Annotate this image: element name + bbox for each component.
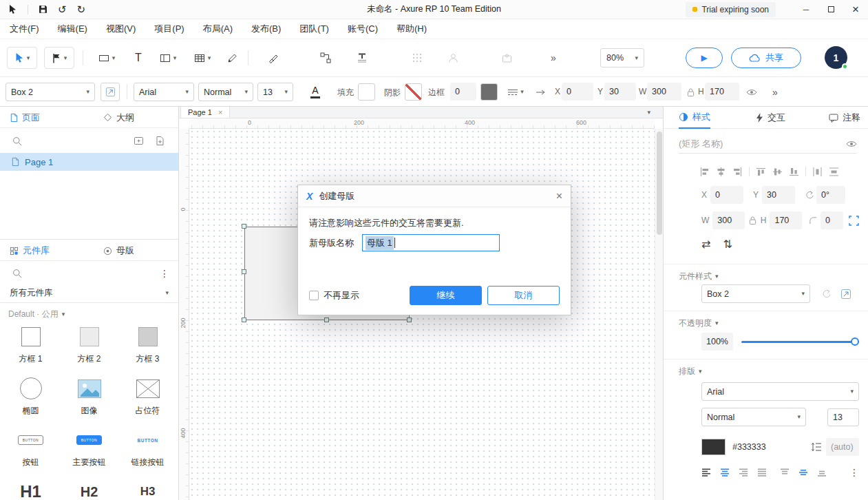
menu-view[interactable]: 视图(V) [106,23,136,35]
vertical-align-bottom-icon[interactable] [817,468,827,477]
widget-box2[interactable]: 方框 2 [60,321,118,373]
update-style-button[interactable] [821,289,831,299]
widget-h2[interactable]: H2 H2 [60,476,118,500]
zoom-select[interactable]: 80% ▾ [600,48,644,67]
library-search-button[interactable] [12,269,22,278]
widget-link-button[interactable]: BUTTON 链接按钮 [118,424,177,476]
menu-project[interactable]: 项目(P) [154,23,184,35]
dont-show-again-option[interactable]: 不再显示 [309,289,359,302]
canvas-tab-page1[interactable]: Page 1 × [180,107,230,118]
rotation-field[interactable]: 0° [816,186,845,204]
slider-knob[interactable] [851,337,859,346]
trial-badge[interactable]: Trial expiring soon [686,2,776,17]
border-width-field[interactable]: 0 [450,83,476,101]
menu-team[interactable]: 团队(T) [299,23,329,35]
corner-select-button[interactable] [849,216,859,226]
add-folder-button[interactable] [134,136,144,146]
menu-layout[interactable]: 布局(A) [203,23,233,35]
border-color-swatch[interactable] [480,83,498,101]
line-height-field[interactable]: (auto) [826,438,859,456]
menu-publish[interactable]: 发布(B) [251,23,281,35]
resize-handle-w[interactable] [242,269,246,274]
toolbar-overflow-icon[interactable]: » [551,52,556,63]
flag-tool[interactable]: ▾ [44,47,74,69]
continue-button[interactable]: 继续 [410,286,482,305]
align-bottom-icon[interactable] [789,167,799,177]
flip-vertical-icon[interactable]: ⇅ [723,239,732,250]
preview-button[interactable]: ▶ [686,48,723,68]
distribute-vertical-icon[interactable] [829,167,839,177]
share-button[interactable]: 共享 [731,48,801,68]
save-icon[interactable] [39,5,47,14]
add-page-button[interactable] [156,136,165,146]
text-align-center-icon[interactable] [720,468,730,477]
tab-interaction[interactable]: 交互 [756,107,785,129]
x-field[interactable]: 0 [562,83,593,101]
effects-tool[interactable] [405,47,430,69]
typography-section-header[interactable]: 排版 ▾ [679,366,702,377]
widget-box1[interactable]: 方框 1 [1,321,60,373]
text-align-justify-icon[interactable] [757,468,767,477]
widget-button[interactable]: BUTTON 按钮 [1,424,60,476]
resize-handle-se[interactable] [407,317,412,322]
h-field[interactable]: 170 [705,83,739,101]
tab-widget-library[interactable]: 元件库 [10,240,50,262]
lock-ratio-button[interactable] [684,83,697,101]
align-right-icon[interactable] [732,167,743,177]
component-tool[interactable] [494,47,519,69]
apply-style-button[interactable] [840,289,851,300]
distribute-horizontal-icon[interactable] [812,167,823,177]
maximize-button[interactable] [818,0,843,19]
tab-pages[interactable]: 页面 [10,107,40,128]
table-tool[interactable]: ▾ [187,47,218,69]
more-text-options-icon[interactable]: ⋮ [849,468,859,477]
align-middle-icon[interactable] [772,167,783,177]
visibility-button[interactable] [743,83,760,101]
library-filter-select[interactable]: 所有元件库 ▾ [0,284,178,303]
collaborate-tool[interactable] [441,47,465,69]
shadow-swatch[interactable] [405,83,422,101]
widget-style-section-header[interactable]: 元件样式 ▾ [679,271,719,282]
text-color-button[interactable]: A [306,83,325,101]
frame-tool[interactable]: ▾ [153,47,183,69]
canvas-vertical-scrollbar[interactable] [655,129,663,500]
update-style-button[interactable] [100,83,120,101]
resize-handle-s[interactable] [324,317,329,322]
widget-box3[interactable]: 方框 3 [118,321,177,373]
menu-edit[interactable]: 编辑(E) [58,23,87,35]
align-center-icon[interactable] [716,167,726,177]
avatar[interactable]: 1 [825,46,847,69]
menu-file[interactable]: 文件(F) [10,23,39,35]
fill-color-swatch[interactable] [358,83,375,101]
cancel-button[interactable]: 取消 [487,286,560,305]
rectangle-tool[interactable]: ▾ [92,47,121,69]
library-section-header[interactable]: Default · 公用 ▾ [8,309,65,320]
widget-h3[interactable]: H3 H3 [118,476,177,500]
w-field[interactable]: 300 [712,211,744,229]
align-left-icon[interactable] [699,167,710,177]
text-tool[interactable]: T [128,47,149,69]
widget-primary-button[interactable]: BUTTON 主要按钮 [60,424,118,476]
opacity-field[interactable]: 100% [701,333,733,351]
opacity-slider[interactable] [741,333,859,351]
master-name-input[interactable]: 母版 1 [362,234,500,251]
align-top-icon[interactable] [756,167,766,177]
arrow-style-select[interactable] [531,83,549,101]
connector-tool[interactable] [313,47,338,69]
dialog-header[interactable]: X 创建母版 × [298,185,571,207]
widget-placeholder[interactable]: 占位符 [118,373,177,424]
format-painter-tool[interactable] [350,47,374,69]
vertical-align-top-icon[interactable] [780,468,790,477]
font-family-select[interactable]: Arial ▾ [701,382,859,401]
tab-style[interactable]: 样式 [679,107,710,129]
corner-radius-field[interactable]: 0 [821,211,843,229]
font-family-select[interactable]: Arial ▾ [134,83,194,101]
widget-h1[interactable]: H1 H1 [1,476,60,500]
select-tool[interactable]: ▾ [7,47,37,69]
pen-tool[interactable] [222,47,242,69]
widget-style-select[interactable]: Box 2 ▾ [701,284,810,303]
lock-ratio-toggle[interactable] [749,216,756,225]
pages-search-button[interactable] [12,136,22,146]
x-field[interactable]: 0 [710,186,743,204]
widget-image[interactable]: 图像 [60,373,118,424]
